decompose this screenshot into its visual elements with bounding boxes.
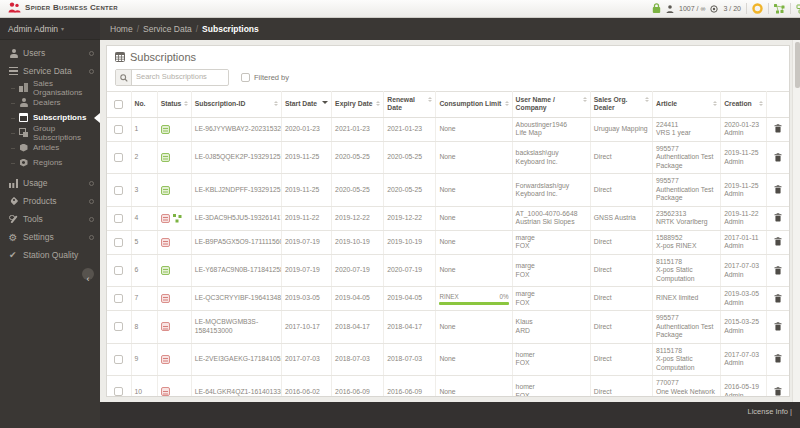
license-info-link[interactable]: License Info xyxy=(748,407,788,416)
vertical-scrollbar[interactable] xyxy=(792,40,800,402)
breadcrumb-item-home[interactable]: Home xyxy=(110,24,133,34)
row-checkbox[interactable] xyxy=(114,153,123,162)
breadcrumb-item-service-data[interactable]: Service Data xyxy=(143,24,192,34)
sidebar-item-dealers[interactable]: Dealers xyxy=(0,95,100,110)
column-header-expiry-date[interactable]: Expiry Date xyxy=(332,92,384,118)
cell-status xyxy=(157,174,191,206)
row-checkbox[interactable] xyxy=(114,266,123,275)
delete-button[interactable] xyxy=(772,123,784,135)
delete-button[interactable] xyxy=(772,236,784,248)
network-nodes-icon[interactable] xyxy=(774,4,785,14)
sidebar-item-group-subscriptions[interactable]: Group Subscriptions xyxy=(0,125,100,140)
delete-button[interactable] xyxy=(772,264,784,276)
column-header-consumption-limit[interactable]: Consumption Limit xyxy=(436,92,512,118)
column-header-article[interactable]: Article xyxy=(653,92,721,118)
row-checkbox[interactable] xyxy=(114,214,123,223)
sort-icon xyxy=(376,101,380,106)
cell-sales-org-dealer: GNSS Austria xyxy=(590,206,652,230)
column-header-user-name-company[interactable]: User Name / Company xyxy=(512,92,590,118)
cell-user-company: AT_1000-4070-6648 Austrian Ski Slopes xyxy=(512,206,590,230)
scrollbar-thumb[interactable] xyxy=(795,42,800,88)
cell-consumption-limit: RINEX0% xyxy=(436,287,512,311)
status-ok-icon xyxy=(161,186,170,195)
filtered-by-checkbox[interactable] xyxy=(241,73,250,82)
row-checkbox[interactable] xyxy=(114,387,123,396)
cell-no: 4 xyxy=(131,206,157,230)
cell-article: RINEX limited xyxy=(653,287,721,311)
user-menu[interactable]: Admin Admin ▾ xyxy=(0,18,100,40)
cell-no: 8 xyxy=(131,311,157,343)
row-checkbox[interactable] xyxy=(114,294,123,303)
sort-icon xyxy=(645,97,649,102)
usage-icon xyxy=(9,179,18,188)
sidebar-item-tools[interactable]: Tools xyxy=(0,210,100,228)
users-online-count: 1007 / ∞ xyxy=(679,5,705,12)
status-expired-icon xyxy=(161,238,170,247)
row-checkbox[interactable] xyxy=(114,125,123,134)
cell-start-date: 2017-07-03 xyxy=(281,343,331,375)
cell-user-company: homer FOX xyxy=(512,343,590,375)
sidebar-item-service-data[interactable]: Service Data xyxy=(0,62,100,80)
pin-icon[interactable] xyxy=(89,217,94,222)
column-header-renewal-date[interactable]: Renewal Date xyxy=(384,92,436,118)
column-header-sales-org-dealer[interactable]: Sales Org. Dealer xyxy=(590,92,652,118)
page-title: Subscriptions xyxy=(130,51,196,63)
row-checkbox[interactable] xyxy=(114,322,123,331)
sidebar-item-label: Products xyxy=(23,196,57,206)
row-checkbox[interactable] xyxy=(114,238,123,247)
cell-sales-org-dealer: Direct xyxy=(590,230,652,254)
sidebar-item-regions[interactable]: Regions xyxy=(0,155,100,170)
row-checkbox[interactable] xyxy=(114,355,123,364)
column-header-status[interactable]: Status xyxy=(157,92,191,118)
pin-icon[interactable] xyxy=(89,181,94,186)
sidebar-item-label: Usage xyxy=(23,178,48,188)
sidebar-item-articles[interactable]: Articles xyxy=(0,140,100,155)
sidebar-item-station-quality[interactable]: Station Quality xyxy=(0,246,100,264)
cell-status xyxy=(157,254,191,286)
cell-sales-org-dealer: Uruguay Mapping xyxy=(590,117,652,141)
delete-button[interactable] xyxy=(772,385,784,397)
cell-creation: 2015-03-25 Admin xyxy=(721,311,767,343)
cell-renewal-date: 2021-01-23 xyxy=(384,117,436,141)
column-header-subscription-id[interactable]: Subscription-ID xyxy=(191,92,281,118)
cell-no: 6 xyxy=(131,254,157,286)
delete-button[interactable] xyxy=(772,151,784,163)
filtered-by-toggle: Filtered by xyxy=(241,73,289,82)
column-header-start-date[interactable]: Start Date xyxy=(281,92,331,118)
delete-button[interactable] xyxy=(772,320,784,332)
ring-status-icon[interactable] xyxy=(752,3,763,14)
sidebar-item-label: Articles xyxy=(33,143,59,152)
cell-article: 995577 Authentication Test Package xyxy=(653,141,721,173)
select-all-checkbox[interactable] xyxy=(114,100,123,109)
sidebar-item-users[interactable]: Users xyxy=(0,44,100,62)
sidebar-item-products[interactable]: Products xyxy=(0,192,100,210)
sort-icon xyxy=(274,101,278,106)
status-ok-icon xyxy=(161,125,170,134)
cell-no: 1 xyxy=(131,117,157,141)
column-header-creation[interactable]: Creation xyxy=(721,92,767,118)
column-header-no[interactable]: No. xyxy=(131,92,157,118)
cell-renewal-date: 2020-05-25 xyxy=(384,174,436,206)
sidebar-item-settings[interactable]: Settings xyxy=(0,228,100,246)
cell-renewal-date: 2016-06-09 xyxy=(384,376,436,397)
linked-sites-icon[interactable] xyxy=(796,4,800,14)
delete-button[interactable] xyxy=(772,292,784,304)
sidebar-collapse-button[interactable] xyxy=(82,268,94,280)
delete-button[interactable] xyxy=(772,212,784,224)
column-label: Status xyxy=(161,100,182,108)
delete-button[interactable] xyxy=(772,184,784,196)
table-row: 7LE-QC3CRYYIBF-19641348352019-03-052019-… xyxy=(107,287,789,311)
sidebar-item-usage[interactable]: Usage xyxy=(0,174,100,192)
panel-title-row: Subscriptions xyxy=(107,46,789,66)
row-select-cell xyxy=(107,287,131,311)
search-input[interactable] xyxy=(132,70,228,83)
sidebar-item-sales-organisations[interactable]: Sales Organisations xyxy=(0,80,100,95)
actions-column-header xyxy=(767,92,789,118)
cell-actions xyxy=(767,311,789,343)
pin-icon[interactable] xyxy=(89,199,94,204)
pin-icon[interactable] xyxy=(89,51,94,56)
pin-icon[interactable] xyxy=(89,235,94,240)
delete-button[interactable] xyxy=(772,353,784,365)
row-checkbox[interactable] xyxy=(114,186,123,195)
pin-icon[interactable] xyxy=(89,69,94,74)
